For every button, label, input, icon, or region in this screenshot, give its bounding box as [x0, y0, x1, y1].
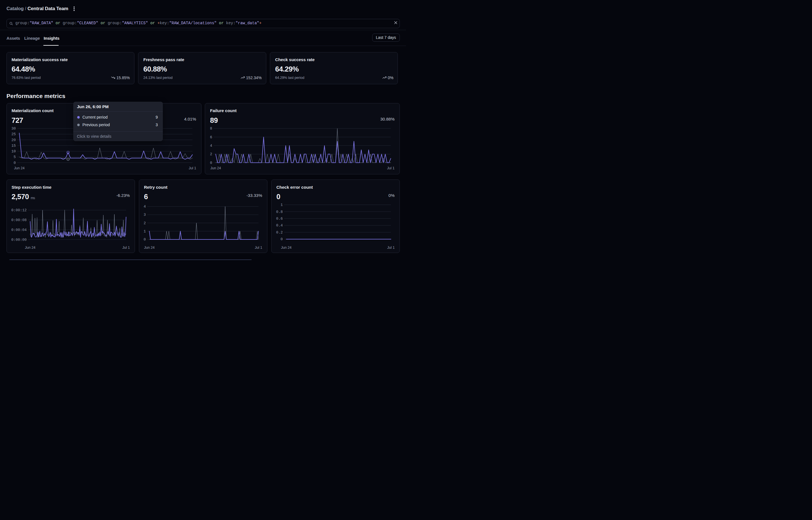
svg-text:0:00:12: 0:00:12 [11, 208, 26, 212]
svg-text:0: 0 [14, 161, 16, 165]
svg-text:4: 4 [210, 144, 212, 148]
svg-text:Jul 1: Jul 1 [387, 166, 394, 170]
svg-text:Jul 1: Jul 1 [255, 245, 262, 250]
svg-text:5: 5 [14, 155, 16, 159]
svg-text:20: 20 [11, 138, 16, 142]
svg-text:3: 3 [143, 213, 146, 217]
svg-text:Jul 1: Jul 1 [188, 166, 196, 170]
svg-text:6: 6 [210, 135, 212, 139]
svg-text:Jul 1: Jul 1 [122, 245, 130, 250]
svg-text:8: 8 [210, 127, 212, 131]
svg-text:0.6: 0.6 [276, 217, 283, 221]
svg-text:4: 4 [143, 205, 146, 209]
svg-text:30: 30 [11, 127, 16, 131]
svg-text:Jun 24: Jun 24 [25, 245, 35, 250]
svg-text:Jun 24: Jun 24 [144, 245, 155, 250]
svg-text:15: 15 [11, 144, 16, 148]
svg-text:0:00:00: 0:00:00 [11, 238, 26, 242]
svg-text:0.4: 0.4 [276, 224, 283, 228]
svg-text:Jul 1: Jul 1 [387, 245, 394, 250]
svg-text:25: 25 [11, 132, 16, 136]
svg-text:Jun 24: Jun 24 [210, 166, 221, 170]
svg-text:10: 10 [11, 149, 16, 154]
svg-text:2: 2 [210, 152, 212, 156]
svg-text:0.2: 0.2 [276, 230, 283, 235]
svg-text:0: 0 [280, 237, 283, 241]
svg-text:0: 0 [210, 161, 212, 165]
svg-text:Jun 24: Jun 24 [281, 245, 292, 250]
svg-text:0:00:04: 0:00:04 [11, 228, 26, 232]
svg-text:1: 1 [280, 203, 283, 207]
svg-text:0: 0 [143, 237, 146, 242]
svg-text:2: 2 [143, 221, 146, 225]
svg-text:0.8: 0.8 [276, 210, 283, 214]
svg-text:1: 1 [143, 229, 146, 234]
svg-text:Jun 24: Jun 24 [14, 166, 25, 170]
svg-text:0:00:08: 0:00:08 [11, 218, 26, 222]
